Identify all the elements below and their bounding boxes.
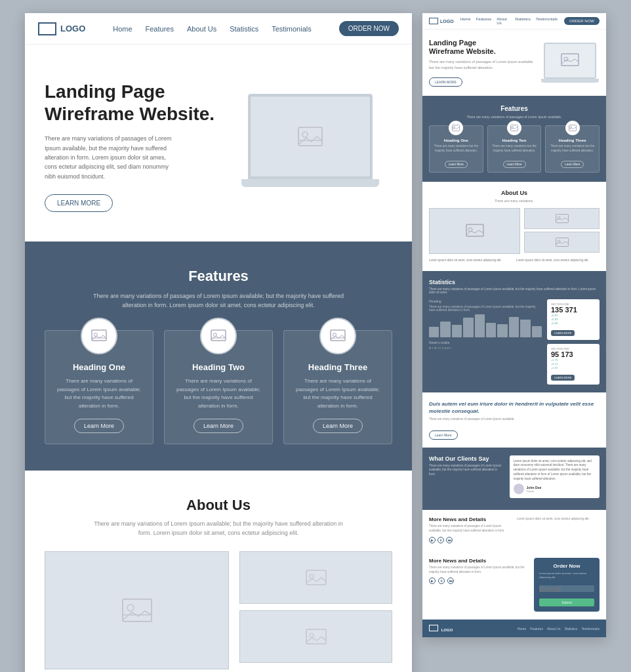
order-email-input[interactable] bbox=[539, 585, 594, 592]
clients-right: Lorem ipsum dolor sit amet, cons ectetur… bbox=[510, 455, 600, 503]
client-card: Lorem ipsum dolor sit amet, cons ectetur… bbox=[510, 455, 600, 499]
stat-1-change-3: +0.83 bbox=[551, 322, 596, 325]
hero-section: Landing PageWireframe Website. There are… bbox=[25, 45, 412, 242]
nav-testimonials[interactable]: Testimonials bbox=[272, 25, 312, 33]
stat-1-changes: +0.81 +0.93 +0.83 bbox=[551, 314, 596, 325]
order-form-title: Order Now bbox=[539, 563, 594, 569]
laptop-screen bbox=[248, 94, 373, 179]
feature-3-button[interactable]: Learn More bbox=[313, 419, 363, 433]
stat-2-number: 95 173 bbox=[551, 350, 596, 358]
mini-features-subtitle: There are many variations of passages of… bbox=[429, 115, 600, 119]
about-image-small-2 bbox=[239, 610, 392, 663]
mini-feature-2: Heading Two There are many variations bu… bbox=[487, 125, 542, 173]
stat-2-button[interactable]: LEARN MORE bbox=[551, 375, 575, 381]
learn-more-button[interactable]: LEARN MORE bbox=[45, 194, 113, 212]
hero-text: Landing PageWireframe Website. There are… bbox=[45, 81, 222, 212]
mini-logo-icon bbox=[429, 18, 438, 24]
feature-3-title: Heading Three bbox=[295, 362, 381, 372]
clients-title: What Our Clients Say bbox=[429, 455, 504, 462]
mini-stats-title: Statistics bbox=[429, 279, 600, 285]
client-avatar bbox=[514, 484, 524, 494]
mini-laptop bbox=[540, 43, 600, 83]
footer-link-statistics[interactable]: Statistics bbox=[564, 627, 577, 631]
svg-point-14 bbox=[127, 604, 134, 611]
mini-feature-1-title: Heading One bbox=[432, 138, 480, 142]
footer-link-features[interactable]: Features bbox=[530, 627, 543, 631]
stats-chart-area: Heading There are many variations of pas… bbox=[429, 299, 542, 385]
footer-link-testimonials[interactable]: Testimonials bbox=[581, 627, 600, 631]
mini-order-section: More News and Details There are many var… bbox=[422, 550, 606, 620]
testimonial-quote: Duis autem vel eum iriure dolor in hendr… bbox=[429, 400, 600, 415]
testimonial-desc: There are many variations of passages of… bbox=[429, 417, 600, 422]
order-form-desc: Lorem ipsum dolor sit amet, cons ectetur… bbox=[539, 572, 594, 579]
mini-nav-testimonials[interactable]: Testimonials bbox=[536, 17, 558, 25]
stat-1-button[interactable]: LEARN MORE bbox=[551, 330, 575, 336]
feature-card-1: Heading One There are many variations of… bbox=[45, 330, 153, 444]
client-info: John Doe Owner bbox=[527, 486, 542, 493]
pause-icon[interactable]: ⏸ bbox=[438, 537, 444, 543]
footer-logo-icon bbox=[429, 625, 438, 631]
testimonial-button[interactable]: Learn More bbox=[429, 430, 458, 440]
mini-feature-1-button[interactable]: Learn More bbox=[445, 161, 468, 168]
feature-card-2: Heading Two There are many variations of… bbox=[164, 330, 273, 444]
logo-icon bbox=[38, 22, 56, 35]
mini-feature-icon-3 bbox=[565, 121, 580, 135]
stats-desc: There are many variations of passages of… bbox=[429, 305, 542, 312]
svg-rect-15 bbox=[306, 570, 326, 585]
mini-features-grid: Heading One There are many variations bu… bbox=[429, 125, 600, 173]
footer-link-home[interactable]: Home bbox=[518, 627, 526, 631]
order-play-icon[interactable]: ▶ bbox=[429, 578, 436, 584]
mini-order-button[interactable]: ORDER NOW bbox=[564, 17, 600, 25]
mini-feature-3-button[interactable]: Learn More bbox=[561, 161, 584, 168]
clients-left: What Our Clients Say There are many vari… bbox=[429, 455, 504, 503]
feature-2-button[interactable]: Learn More bbox=[193, 419, 243, 433]
client-role: Owner bbox=[527, 490, 542, 493]
mini-learn-more-button[interactable]: LEARN MORE bbox=[429, 77, 462, 87]
mini-nav-statistics[interactable]: Statistics bbox=[515, 17, 531, 25]
logo: LOGO bbox=[38, 22, 85, 35]
nav-links: Home Features About Us Statistics Testim… bbox=[105, 25, 319, 33]
stat-1-change-2: +0.93 bbox=[551, 318, 596, 321]
next-icon[interactable]: ⏭ bbox=[446, 537, 453, 543]
mini-logo: LOGO bbox=[429, 18, 454, 24]
order-now-button[interactable]: ORDER NOW bbox=[339, 21, 399, 36]
mini-about-text-right: Lorem ipsum dolor sit amet, cons ectetur… bbox=[516, 258, 600, 262]
features-section: Features There are many variations of pa… bbox=[25, 242, 412, 471]
news-subtitle: There are many variations of passages of… bbox=[429, 524, 512, 534]
clients-subtitle: There are many variations of passages of… bbox=[429, 464, 504, 477]
feature-1-button[interactable]: Learn More bbox=[74, 419, 124, 433]
nav-statistics[interactable]: Statistics bbox=[230, 25, 258, 33]
mini-feature-2-button[interactable]: Learn More bbox=[503, 161, 526, 168]
mini-news-section: More News and Details There are many var… bbox=[422, 510, 606, 550]
feature-3-desc: There are many variations of passages of… bbox=[295, 377, 381, 411]
feature-icon-2 bbox=[200, 318, 237, 354]
mini-about-subtitle: There are many variations. bbox=[429, 199, 600, 203]
about-section: About Us There are many variations of Lo… bbox=[25, 471, 412, 672]
mini-nav-home[interactable]: Home bbox=[460, 17, 471, 25]
feature-icon-1 bbox=[81, 318, 117, 354]
mini-feature-3: Heading Three There are many variations … bbox=[545, 125, 600, 173]
mini-nav-links: Home Features About Us Statistics Testim… bbox=[460, 17, 558, 25]
about-title: About Us bbox=[45, 497, 392, 514]
nav-features[interactable]: Features bbox=[146, 25, 174, 33]
nav-about[interactable]: About Us bbox=[187, 25, 216, 33]
mini-about-title: About Us bbox=[429, 190, 600, 196]
nav-home[interactable]: Home bbox=[113, 25, 132, 33]
stat-2-changes: +1.79 +3.11 +1.91 bbox=[551, 358, 596, 369]
mini-stats-subtitle: There are many variations of passages of… bbox=[429, 287, 600, 294]
logo-text: LOGO bbox=[60, 24, 85, 33]
mini-navigation: LOGO Home Features About Us Statistics T… bbox=[422, 13, 606, 30]
order-submit-button[interactable]: Submit bbox=[539, 598, 594, 606]
about-image-small-1 bbox=[239, 551, 392, 604]
mini-hero-desc: There are many variations of passages of… bbox=[429, 59, 535, 70]
mini-nav-features[interactable]: Features bbox=[476, 17, 492, 25]
mini-nav-about[interactable]: About Us bbox=[497, 17, 510, 25]
play-icon[interactable]: ▶ bbox=[429, 537, 436, 543]
footer-link-about[interactable]: About Us bbox=[547, 627, 561, 631]
stats-week-label: Week's visible bbox=[429, 341, 542, 345]
order-next-icon[interactable]: ⏭ bbox=[447, 578, 454, 584]
footer-logo: LOGO bbox=[429, 625, 453, 632]
order-pause-icon[interactable]: ⏸ bbox=[438, 578, 445, 584]
mini-feature-icon-1 bbox=[449, 121, 463, 135]
mini-about-stack bbox=[524, 208, 600, 254]
